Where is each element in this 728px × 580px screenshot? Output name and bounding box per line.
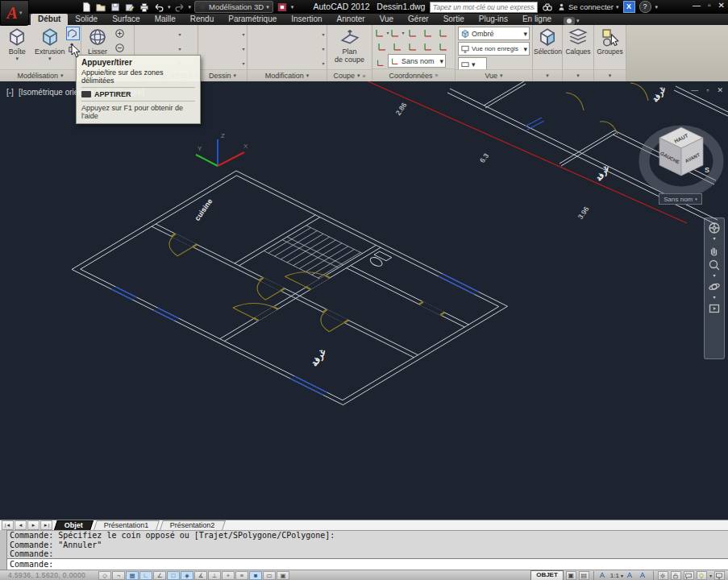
ribbon-tab-13[interactable]: En ligne xyxy=(515,14,559,25)
prev-layout-button[interactable]: ◄ xyxy=(15,520,27,530)
solids-cube-button[interactable]: ▾ xyxy=(166,27,181,41)
ucs-tool-button[interactable]: ▾ xyxy=(374,26,389,39)
draw-spline-button[interactable] xyxy=(199,41,214,56)
otrack-toggle[interactable]: ∡ xyxy=(194,571,207,580)
ucs-tool-button[interactable] xyxy=(405,26,420,39)
modify-mirror-button[interactable] xyxy=(264,56,279,70)
drawing-restore-button[interactable]: ▫ xyxy=(706,86,709,94)
command-input[interactable]: Commande: xyxy=(0,558,728,570)
ribbon-tab-8[interactable]: Annoter xyxy=(330,14,372,25)
showmotion-icon[interactable] xyxy=(708,302,721,315)
polar-toggle[interactable]: ∠ xyxy=(153,571,166,580)
model-space-icon[interactable]: ▣ xyxy=(566,571,576,580)
space-button[interactable]: OBJET xyxy=(530,570,564,580)
new-file-icon[interactable] xyxy=(81,2,92,13)
plot-icon[interactable] xyxy=(139,2,150,13)
extrusion-button[interactable]: Extrusion ▾ xyxy=(34,26,67,69)
draw-circle-button[interactable]: ▾ xyxy=(230,56,245,70)
ribbon-tab-3[interactable]: Surface xyxy=(105,14,147,25)
ucs-tool-button[interactable] xyxy=(420,26,435,39)
zoom-icon[interactable] xyxy=(708,259,721,271)
panel-label-dessin[interactable]: Dessin▾ xyxy=(198,69,247,81)
mesh-reduce-button[interactable] xyxy=(113,41,127,55)
osnap-toggle[interactable]: □ xyxy=(167,571,180,580)
modify-rotate-button[interactable] xyxy=(264,27,279,41)
ucs-tool-button[interactable]: ▾ xyxy=(389,26,405,39)
groups-button[interactable]: Groupes xyxy=(595,26,625,69)
redo-icon[interactable] xyxy=(174,2,185,13)
modify-erase-button[interactable] xyxy=(248,41,264,56)
ribbon-tab-5[interactable]: Rendu xyxy=(183,14,221,25)
panel-label-coupe[interactable]: Coupe▾» xyxy=(327,69,372,81)
ortho-toggle[interactable]: ∟ xyxy=(139,571,152,580)
selection-button[interactable]: Sélection xyxy=(534,26,562,69)
open-file-icon[interactable] xyxy=(95,2,106,13)
modify-rotate-button[interactable] xyxy=(279,41,294,56)
solids-cubeblue-button[interactable]: ▾ xyxy=(166,41,181,56)
panel-label-coordonnees[interactable]: Coordonnées» xyxy=(372,68,455,81)
clean-screen-icon[interactable] xyxy=(714,571,725,580)
drawing-close-button[interactable]: ✕ xyxy=(717,86,723,94)
solids-cslash-button[interactable] xyxy=(151,27,166,41)
modify-fillet-button[interactable] xyxy=(294,41,310,56)
draw-arc-button[interactable]: ▾ xyxy=(230,27,245,41)
ribbon-tab-4[interactable]: Maille xyxy=(148,14,183,25)
modify-arc-button[interactable]: ▾ xyxy=(310,41,325,56)
polysolid-button-hovered[interactable] xyxy=(66,27,80,40)
modify-trim-button[interactable]: ▾ xyxy=(310,27,325,41)
search-input[interactable] xyxy=(430,2,538,13)
next-layout-button[interactable]: ► xyxy=(27,520,40,530)
command-window-splitter[interactable] xyxy=(0,530,7,570)
first-layout-button[interactable]: |◄ xyxy=(2,520,14,530)
application-menu-button[interactable]: A ▾ xyxy=(0,0,29,26)
help-dropdown-icon[interactable]: ▾ xyxy=(655,4,659,10)
modify-array-button[interactable]: ▾ xyxy=(310,56,325,70)
orbit-icon[interactable] xyxy=(708,280,721,293)
ribbon-tab-2[interactable]: Solide xyxy=(68,14,105,25)
command-history[interactable]: Commande: Spécifiez le coin opposé ou [T… xyxy=(0,530,728,559)
layers-button[interactable]: Calques xyxy=(564,26,593,69)
compass-south-label[interactable]: S xyxy=(705,166,709,174)
draw-polygon-button[interactable] xyxy=(199,56,214,70)
modify-move-button[interactable] xyxy=(279,27,294,41)
chevron-down-icon[interactable]: ▾ xyxy=(713,237,715,241)
ribbon-tab-12[interactable]: Plug-ins xyxy=(472,14,515,25)
modify-rect-button[interactable] xyxy=(279,56,294,70)
solids-secplane-button[interactable] xyxy=(151,41,166,56)
viewport-minimize-control[interactable]: [-] xyxy=(6,88,14,97)
qat-dropdown-icon[interactable]: ▾ xyxy=(291,4,294,10)
help-icon[interactable]: ? xyxy=(639,1,651,13)
ucs-tool-button[interactable] xyxy=(420,39,435,53)
ribbon-tab-9[interactable]: Vue xyxy=(372,14,401,25)
snap-toggle[interactable]: ◇ xyxy=(98,571,111,580)
workspace-switcher[interactable]: Modélisation 3D ▾ xyxy=(194,1,273,13)
save-icon[interactable] xyxy=(110,2,121,13)
chevron-down-icon[interactable]: ▾ xyxy=(713,296,715,300)
dyn-toggle[interactable]: + xyxy=(222,571,235,580)
draw-rect-button[interactable] xyxy=(214,56,230,70)
restore-button[interactable]: ▫ xyxy=(708,1,711,10)
visual-style-dropdown[interactable]: Ombré ▾ xyxy=(458,27,530,40)
ucs-named-dropdown[interactable]: Sans nom ▾ xyxy=(388,54,446,68)
ucs-tool-button[interactable] xyxy=(374,39,389,53)
mesh-refine-button[interactable] xyxy=(113,27,127,40)
viewcube-wcs-menu[interactable]: Sans nom ▾ xyxy=(659,193,702,205)
ribbon-tab-11[interactable]: Sortie xyxy=(436,14,472,25)
modify-mirror-button[interactable] xyxy=(248,27,264,41)
undo-dropdown-icon[interactable]: ▾ xyxy=(168,4,171,10)
exchange-apps-icon[interactable]: X xyxy=(623,1,635,13)
osnap3d-toggle[interactable]: ◈ xyxy=(181,571,193,580)
panel-label-selection[interactable]: ▾ xyxy=(533,69,562,81)
last-layout-button[interactable]: ►| xyxy=(40,520,52,530)
grid-toggle[interactable]: ▦ xyxy=(126,571,139,580)
panel-label-groupes[interactable]: ▾ xyxy=(594,69,626,81)
panel-label-calques[interactable]: ▾ xyxy=(563,69,593,81)
redo-dropdown-icon[interactable]: ▾ xyxy=(189,4,192,10)
modify-line-button[interactable] xyxy=(248,56,264,70)
panel-label-modelisation[interactable]: Modélisation▾ xyxy=(0,69,81,81)
draw-circle-button[interactable]: ▾ xyxy=(230,41,245,56)
view-name-dropdown[interactable]: Vue non enregis ▾ xyxy=(458,42,530,56)
modify-array-button[interactable] xyxy=(294,56,310,70)
ducs-toggle[interactable]: ⊥ xyxy=(208,571,221,580)
annotation-autoadd-icon[interactable] xyxy=(639,571,649,580)
